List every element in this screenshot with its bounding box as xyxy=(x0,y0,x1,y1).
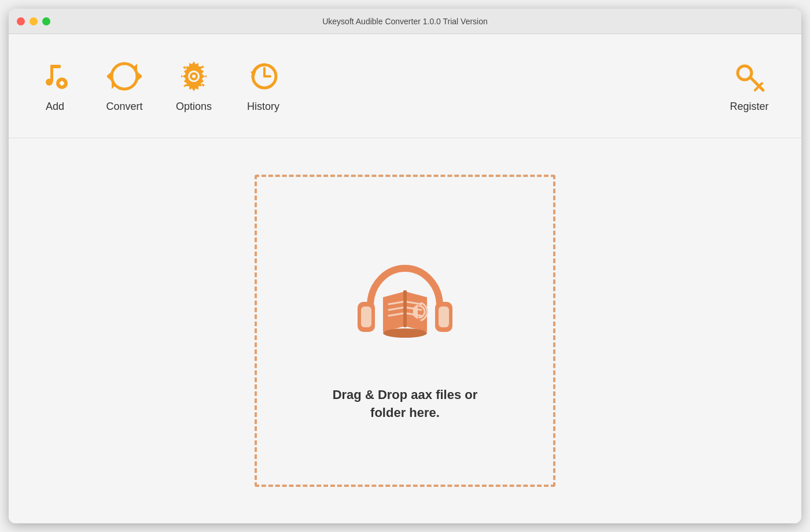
svg-line-18 xyxy=(755,87,759,90)
window-controls xyxy=(17,17,50,25)
maximize-button[interactable] xyxy=(42,17,50,25)
drop-zone-line2: folder here. xyxy=(333,404,478,422)
svg-marker-7 xyxy=(107,72,112,81)
close-button[interactable] xyxy=(17,17,25,25)
add-button[interactable]: Add xyxy=(20,46,90,127)
title-bar: Ukeysoft Audible Converter 1.0.0 Trial V… xyxy=(9,9,801,34)
main-content: Drag & Drop aax files or folder here. xyxy=(9,138,801,523)
drop-icon xyxy=(341,239,469,369)
drop-zone[interactable]: Drag & Drop aax files or folder here. xyxy=(255,175,555,487)
svg-rect-23 xyxy=(403,290,407,327)
svg-point-24 xyxy=(383,328,427,338)
window-title: Ukeysoft Audible Converter 1.0.0 Trial V… xyxy=(322,17,488,26)
add-icon xyxy=(38,59,72,96)
options-button[interactable]: Options xyxy=(159,46,229,127)
app-window: Ukeysoft Audible Converter 1.0.0 Trial V… xyxy=(9,9,801,523)
svg-marker-6 xyxy=(137,72,142,81)
history-button[interactable]: History xyxy=(229,46,298,127)
history-icon xyxy=(246,59,281,96)
register-icon xyxy=(732,59,767,96)
register-label: Register xyxy=(730,101,768,113)
minimize-button[interactable] xyxy=(30,17,38,25)
drop-zone-text: Drag & Drop aax files or folder here. xyxy=(333,386,478,422)
svg-rect-22 xyxy=(439,306,449,327)
convert-label: Convert xyxy=(106,101,142,113)
history-label: History xyxy=(247,101,279,113)
svg-rect-20 xyxy=(361,306,371,327)
svg-rect-1 xyxy=(50,65,61,68)
svg-point-10 xyxy=(192,75,196,78)
svg-rect-5 xyxy=(61,81,63,86)
svg-marker-14 xyxy=(251,71,256,77)
svg-point-2 xyxy=(46,79,53,86)
toolbar: Add Convert xyxy=(9,34,801,138)
convert-button[interactable]: Convert xyxy=(90,46,159,127)
register-button[interactable]: Register xyxy=(715,46,784,127)
options-label: Options xyxy=(176,101,212,113)
convert-icon xyxy=(107,59,142,96)
options-icon xyxy=(176,59,211,96)
drop-zone-line1: Drag & Drop aax files or xyxy=(333,386,478,404)
add-label: Add xyxy=(46,101,64,113)
